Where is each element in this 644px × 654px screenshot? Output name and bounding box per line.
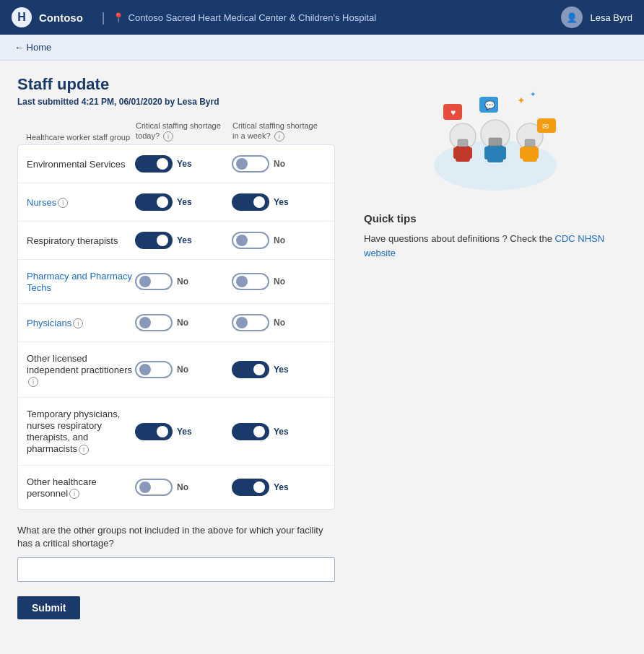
toggle-track[interactable] bbox=[135, 314, 173, 331]
svg-rect-13 bbox=[520, 147, 526, 159]
toggle-text: Yes bbox=[177, 197, 192, 207]
toggle-label[interactable]: Yes bbox=[135, 155, 192, 173]
week-toggle-cell: No bbox=[232, 314, 326, 331]
svg-text:✉: ✉ bbox=[542, 122, 549, 131]
today-toggle-cell: Yes bbox=[135, 232, 229, 249]
today-toggle-cell: No bbox=[135, 314, 229, 331]
table-row: Physiciansi No No bbox=[18, 304, 334, 342]
today-info-icon[interactable]: i bbox=[163, 131, 173, 141]
toggle-label[interactable]: No bbox=[232, 155, 285, 173]
last-submitted: Last submitted 4:21 PM, 06/01/2020 by Le… bbox=[17, 97, 335, 107]
app-logo: H bbox=[12, 7, 32, 27]
staff-name: Environmental Services bbox=[27, 158, 132, 170]
location-info: 📍 Contoso Sacred Heart Medical Center & … bbox=[113, 12, 377, 23]
row-info-icon[interactable]: i bbox=[58, 198, 68, 208]
toggle-text: No bbox=[177, 276, 188, 287]
staff-name: Other healthcare personneli bbox=[27, 476, 132, 499]
toggle-label[interactable]: Yes bbox=[135, 232, 192, 249]
quick-tips-before: Have questions about definitions ? Check… bbox=[364, 233, 555, 244]
toggle-text: No bbox=[274, 276, 285, 287]
toggle-thumb bbox=[157, 426, 168, 437]
row-name-text: Other licensed independent practitioners bbox=[27, 353, 132, 375]
toggle-text: No bbox=[274, 318, 285, 328]
location-name: Contoso Sacred Heart Medical Center & Ch… bbox=[129, 12, 377, 23]
toggle-label[interactable]: No bbox=[232, 232, 285, 249]
toggle-thumb bbox=[139, 481, 151, 493]
toggle-text: Yes bbox=[177, 235, 192, 245]
home-link[interactable]: ← Home bbox=[14, 42, 51, 53]
user-avatar[interactable]: 👤 bbox=[561, 6, 583, 28]
toggle-track[interactable] bbox=[232, 361, 269, 378]
toggle-track[interactable] bbox=[135, 361, 173, 378]
toggle-text: Yes bbox=[177, 159, 192, 169]
toggle-track[interactable] bbox=[135, 423, 173, 440]
staff-name: Nursesi bbox=[27, 196, 132, 208]
toggle-track[interactable] bbox=[232, 232, 269, 249]
toggle-track[interactable] bbox=[232, 193, 269, 211]
user-name: Lesa Byrd bbox=[590, 12, 632, 23]
question-input[interactable] bbox=[17, 557, 335, 582]
toggle-text: No bbox=[177, 365, 188, 375]
row-info-icon[interactable]: i bbox=[73, 318, 83, 328]
toggle-track[interactable] bbox=[232, 314, 269, 331]
toggle-label[interactable]: No bbox=[232, 273, 285, 290]
question-section: What are the other groups not included i… bbox=[17, 524, 335, 582]
week-toggle-cell: No bbox=[232, 273, 326, 290]
toggle-label[interactable]: Yes bbox=[232, 479, 289, 496]
table-row: Respiratory therapists Yes No bbox=[18, 222, 334, 260]
toggle-track[interactable] bbox=[232, 155, 269, 173]
svg-text:♥: ♥ bbox=[451, 108, 456, 118]
toggle-label[interactable]: No bbox=[135, 314, 188, 331]
toggle-thumb bbox=[157, 196, 168, 208]
toggle-thumb bbox=[157, 158, 168, 170]
col-week-header: Critical staffing shortage in a week? i bbox=[232, 121, 326, 141]
toggle-track[interactable] bbox=[135, 273, 173, 290]
toggle-text: No bbox=[177, 482, 188, 492]
row-info-icon[interactable]: i bbox=[28, 377, 38, 387]
toggle-label[interactable]: Yes bbox=[232, 193, 289, 211]
svg-text:✦: ✦ bbox=[530, 90, 536, 98]
toggle-label[interactable]: Yes bbox=[232, 361, 289, 378]
svg-rect-14 bbox=[533, 147, 539, 159]
row-name-text: Respiratory therapists bbox=[27, 235, 118, 246]
toggle-label[interactable]: No bbox=[135, 479, 188, 496]
toggle-track[interactable] bbox=[135, 193, 173, 211]
illustration: ♥ 💬 ✦ ✦ ✉ bbox=[423, 82, 567, 198]
toggle-label[interactable]: No bbox=[232, 314, 285, 331]
row-name-text: Nurses bbox=[27, 197, 56, 208]
toggle-label[interactable]: No bbox=[135, 273, 188, 290]
toggle-track[interactable] bbox=[135, 232, 173, 249]
row-info-icon[interactable]: i bbox=[79, 445, 89, 455]
toggle-label[interactable]: Yes bbox=[135, 423, 192, 440]
toggle-track[interactable] bbox=[135, 155, 173, 173]
row-name-text: Environmental Services bbox=[27, 159, 126, 170]
svg-rect-10 bbox=[489, 138, 502, 146]
toggle-thumb bbox=[139, 364, 151, 375]
toggle-track[interactable] bbox=[135, 479, 173, 496]
toggle-thumb bbox=[253, 364, 265, 375]
table-row: Nursesi Yes Yes bbox=[18, 183, 334, 222]
toggle-label[interactable]: Yes bbox=[232, 423, 289, 440]
row-info-icon[interactable]: i bbox=[69, 489, 79, 499]
toggle-track[interactable] bbox=[232, 423, 269, 440]
table-row: Temporary physicians, nurses respiratory… bbox=[18, 398, 334, 465]
left-panel: Staff update Last submitted 4:21 PM, 06/… bbox=[17, 75, 335, 619]
question-label: What are the other groups not included i… bbox=[17, 524, 335, 550]
toggle-track[interactable] bbox=[232, 479, 269, 496]
page-title: Staff update bbox=[17, 75, 335, 94]
week-info-icon[interactable]: i bbox=[274, 131, 284, 141]
toggle-label[interactable]: No bbox=[135, 361, 188, 378]
week-toggle-cell: No bbox=[232, 155, 326, 173]
row-name-text: Pharmacy and Pharmacy Techs bbox=[27, 271, 132, 293]
svg-rect-5 bbox=[458, 139, 468, 147]
user-initials: 👤 bbox=[566, 12, 578, 23]
toggle-label[interactable]: Yes bbox=[135, 193, 192, 211]
toggle-track[interactable] bbox=[232, 273, 269, 290]
svg-rect-3 bbox=[453, 147, 459, 159]
row-name-text: Temporary physicians, nurses respiratory… bbox=[27, 409, 120, 454]
table-header: Healthcare worker staff group Critical s… bbox=[17, 118, 335, 144]
staff-name: Physiciansi bbox=[27, 317, 132, 328]
submit-button[interactable]: Submit bbox=[17, 596, 80, 619]
toggle-text: No bbox=[274, 235, 285, 245]
toggle-thumb bbox=[236, 317, 248, 328]
